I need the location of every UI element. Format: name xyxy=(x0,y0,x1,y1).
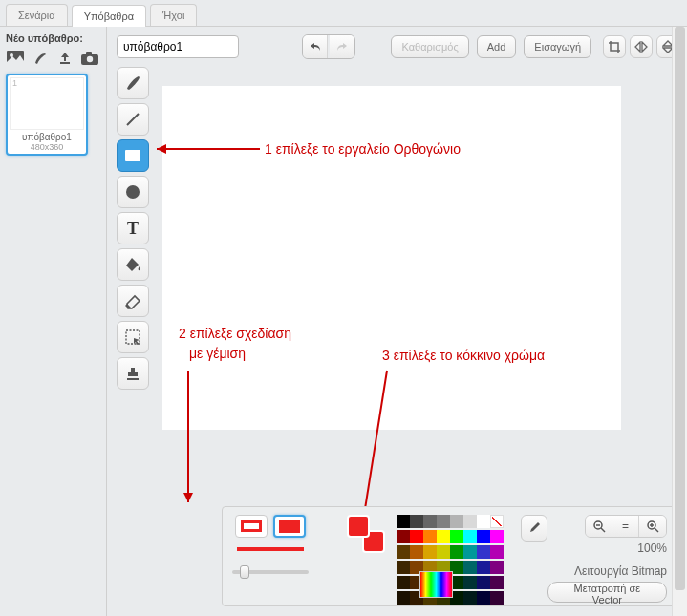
palette-swatch[interactable] xyxy=(463,530,477,543)
palette-swatch[interactable] xyxy=(490,591,504,605)
filled-mode-button[interactable] xyxy=(273,515,306,538)
gradient-picker[interactable] xyxy=(419,571,453,598)
main-area: Νέο υπόβαθρο: 1 υπόβαθρο1 480x360 xyxy=(0,27,687,616)
palette-swatch[interactable] xyxy=(397,515,410,528)
palette-swatch[interactable] xyxy=(450,515,463,528)
vertical-scrollbar[interactable] xyxy=(672,27,687,616)
backdrop-thumbnail[interactable]: 1 υπόβαθρο1 480x360 xyxy=(6,74,88,156)
tab-sounds[interactable]: Ήχοι xyxy=(150,4,197,26)
thickness-slider[interactable] xyxy=(232,570,309,574)
palette-swatch[interactable] xyxy=(477,561,490,574)
svg-marker-12 xyxy=(183,493,193,502)
palette-swatch[interactable] xyxy=(477,545,490,559)
paint-new-icon[interactable] xyxy=(31,50,50,66)
tab-backdrops[interactable]: Υπόβαθρα xyxy=(72,5,146,27)
select-tool[interactable] xyxy=(117,321,149,353)
palette-swatch[interactable] xyxy=(463,591,477,605)
palette-swatch[interactable] xyxy=(437,530,450,543)
flip-horizontal-icon[interactable] xyxy=(630,35,653,58)
bitmap-mode-label: Λειτουργία Bitmap xyxy=(574,564,667,578)
brush-tool[interactable] xyxy=(117,67,149,99)
svg-point-7 xyxy=(126,185,140,199)
camera-icon[interactable] xyxy=(80,50,99,66)
palette-swatch[interactable] xyxy=(477,530,490,543)
palette-swatch[interactable] xyxy=(423,545,437,559)
palette-swatch[interactable] xyxy=(490,561,504,574)
svg-rect-3 xyxy=(86,52,92,55)
text-tool[interactable]: T xyxy=(117,212,149,244)
zoom-reset-button[interactable]: = xyxy=(612,516,639,537)
palette-swatch[interactable] xyxy=(437,515,450,528)
palette-swatch[interactable] xyxy=(437,545,450,559)
palette-swatch[interactable] xyxy=(397,576,410,589)
upload-icon[interactable] xyxy=(55,50,75,66)
thumb-dim: 480x360 xyxy=(10,142,84,152)
palette-swatch[interactable] xyxy=(450,530,463,543)
line-thickness-preview xyxy=(237,547,304,551)
palette-swatch[interactable] xyxy=(410,545,423,559)
rectangle-tool[interactable] xyxy=(117,139,149,172)
tool-column: T xyxy=(117,67,149,430)
palette-swatch[interactable] xyxy=(490,545,504,559)
outline-mode-button[interactable] xyxy=(235,515,268,538)
thumb-name: υπόβαθρο1 xyxy=(10,132,84,142)
zoom-in-button[interactable] xyxy=(639,516,666,537)
palette-swatch[interactable] xyxy=(463,515,477,528)
redo-button[interactable] xyxy=(330,35,354,58)
color-swap[interactable] xyxy=(347,515,385,553)
palette-swatch[interactable] xyxy=(397,545,410,559)
palette-swatch[interactable] xyxy=(477,576,490,589)
palette-swatch[interactable] xyxy=(477,591,490,605)
tab-scripts[interactable]: Σενάρια xyxy=(6,4,68,26)
options-panel: = 100% Λειτουργία Bitmap Μετατροπή σε Ve… xyxy=(222,506,677,606)
svg-line-16 xyxy=(601,528,605,532)
convert-to-vector-button[interactable]: Μετατροπή σε Vector xyxy=(547,582,667,603)
palette-swatch[interactable] xyxy=(397,591,410,605)
paint-editor: Καθαρισμός Add Εισαγωγή T xyxy=(107,27,687,616)
fill-tool[interactable] xyxy=(117,248,149,281)
palette-swatch[interactable] xyxy=(423,515,437,528)
paint-canvas[interactable] xyxy=(162,86,621,430)
add-button[interactable]: Add xyxy=(477,35,517,58)
eraser-tool[interactable] xyxy=(117,285,149,317)
svg-line-19 xyxy=(655,528,658,532)
clear-button[interactable]: Καθαρισμός xyxy=(391,35,468,58)
palette-swatch[interactable] xyxy=(463,576,477,589)
palette-swatch[interactable] xyxy=(397,530,410,543)
crop-icon[interactable] xyxy=(603,35,626,58)
palette-swatch[interactable] xyxy=(410,530,423,543)
svg-rect-8 xyxy=(126,330,140,344)
undo-button[interactable] xyxy=(303,35,328,58)
zoom-percent: 100% xyxy=(637,542,667,555)
import-button[interactable]: Εισαγωγή xyxy=(524,35,591,58)
line-tool[interactable] xyxy=(117,103,149,136)
eyedropper-button[interactable] xyxy=(521,515,547,542)
palette-swatch[interactable] xyxy=(397,561,410,574)
palette-swatch[interactable] xyxy=(490,530,504,543)
palette-swatch[interactable] xyxy=(490,576,504,589)
palette-swatch[interactable] xyxy=(477,515,490,528)
new-backdrop-label: Νέο υπόβαθρο: xyxy=(6,32,100,44)
backdrop-list-panel: Νέο υπόβαθρο: 1 υπόβαθρο1 480x360 xyxy=(0,27,107,616)
zoom-out-button[interactable] xyxy=(586,516,612,537)
palette-swatch[interactable] xyxy=(423,530,437,543)
svg-line-5 xyxy=(127,114,139,125)
palette-swatch[interactable] xyxy=(410,515,423,528)
palette-swatch[interactable] xyxy=(463,545,477,559)
tab-bar: Σενάρια Υπόβαθρα Ήχοι xyxy=(0,0,687,27)
svg-point-4 xyxy=(87,55,93,61)
palette-swatch[interactable] xyxy=(450,545,463,559)
ellipse-tool[interactable] xyxy=(117,176,149,208)
choose-from-library-icon[interactable] xyxy=(6,50,25,66)
undo-redo-group xyxy=(302,34,355,59)
palette-swatch[interactable] xyxy=(463,561,477,574)
svg-rect-6 xyxy=(125,150,140,161)
stamp-tool[interactable] xyxy=(117,357,149,390)
costume-name-input[interactable] xyxy=(117,35,239,58)
thumb-index: 1 xyxy=(12,78,17,88)
palette-swatch[interactable] xyxy=(490,515,504,528)
